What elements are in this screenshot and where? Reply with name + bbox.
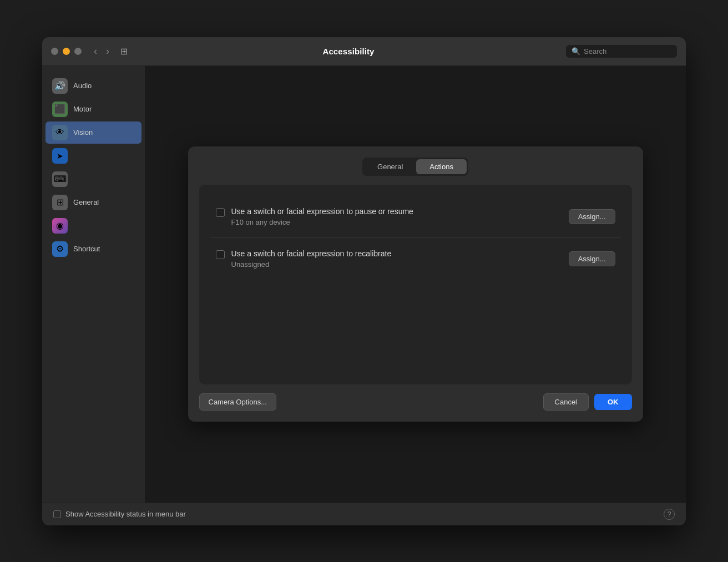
action-row-recalibrate: Use a switch or facial expression to rec… [210,238,621,280]
modal-overlay: General Actions Use a switch or facial e… [145,66,686,503]
siri-icon: ◉ [52,218,68,234]
action-text-pause-resume: Use a switch or facial expression to pau… [231,207,562,226]
close-button[interactable] [51,48,58,55]
assign-button-recalibrate[interactable]: Assign... [569,251,615,266]
show-status-checkbox[interactable] [53,510,61,518]
action-text-recalibrate: Use a switch or facial expression to rec… [231,249,562,269]
forward-button[interactable]: › [103,45,113,57]
back-button[interactable]: ‹ [90,45,100,57]
action-label-recalibrate: Use a switch or facial expression to rec… [231,249,562,258]
shortcut-icon: ⚙ [52,241,68,257]
assign-button-pause-resume[interactable]: Assign... [569,209,615,224]
modal-footer: Camera Options... Cancel OK [199,393,632,411]
modal-dialog: General Actions Use a switch or facial e… [188,146,643,422]
tab-general[interactable]: General [364,159,416,174]
sidebar-label-audio: Audio [73,82,92,90]
ok-button[interactable]: OK [594,394,632,410]
sidebar: 🔊 Audio ⬛ Motor 👁 Vision ➤ ⌨ ⊞ General [42,66,145,503]
sidebar-item-audio[interactable]: 🔊 Audio [46,75,141,97]
search-icon: 🔍 [572,47,580,55]
sidebar-item-general[interactable]: ⊞ General [46,191,141,214]
tab-actions[interactable]: Actions [416,159,467,174]
sidebar-item-shortcut[interactable]: ⚙ Shortcut [46,238,141,260]
maximize-button[interactable] [74,48,82,55]
search-input[interactable] [584,47,671,55]
main-content: 🔊 Audio ⬛ Motor 👁 Vision ➤ ⌨ ⊞ General [42,66,686,503]
bottom-bar: Show Accessibility status in menu bar ? [42,503,686,525]
sidebar-label-vision: Vision [73,128,93,136]
sidebar-item-siri[interactable]: ◉ [46,215,141,237]
action-label-pause-resume: Use a switch or facial expression to pau… [231,207,562,216]
traffic-lights [51,48,82,55]
vision-icon: 👁 [52,125,68,140]
camera-options-button[interactable]: Camera Options... [199,393,277,411]
grid-button[interactable]: ⊞ [117,45,131,58]
show-status-row: Show Accessibility status in menu bar [53,510,659,518]
window: ‹ › ⊞ Accessibility 🔍 🔊 Audio ⬛ Motor 👁 … [42,37,686,525]
tab-group: General Actions [362,158,468,176]
search-bar: 🔍 [566,45,677,58]
action-sublabel-pause-resume: F10 on any device [231,218,562,226]
titlebar: ‹ › ⊞ Accessibility 🔍 [42,37,686,66]
audio-icon: 🔊 [52,78,68,94]
cancel-button[interactable]: Cancel [543,393,589,411]
sidebar-label-shortcut: Shortcut [73,245,100,253]
checkbox-recalibrate[interactable] [216,250,225,259]
sidebar-label-motor: Motor [73,105,92,113]
nav-buttons: ‹ › ⊞ [90,45,131,58]
sidebar-item-cursor[interactable]: ➤ [46,145,141,167]
action-sublabel-recalibrate: Unassigned [231,260,562,269]
show-status-label: Show Accessibility status in menu bar [65,510,186,518]
action-row-pause-resume: Use a switch or facial expression to pau… [210,196,621,238]
general-icon: ⊞ [52,195,68,210]
window-title: Accessibility [131,47,566,56]
sidebar-item-motor[interactable]: ⬛ Motor [46,98,141,120]
sidebar-item-vision[interactable]: 👁 Vision [46,121,141,144]
motor-icon: ⬛ [52,102,68,117]
inner-panel: Use a switch or facial expression to pau… [199,185,632,384]
minimize-button[interactable] [63,48,70,55]
sidebar-item-keyboard[interactable]: ⌨ [46,168,141,190]
checkbox-pause-resume[interactable] [216,208,225,217]
cursor-icon: ➤ [52,148,68,164]
content-area: General Actions Use a switch or facial e… [145,66,686,503]
help-button[interactable]: ? [664,509,675,520]
footer-right-buttons: Cancel OK [543,393,632,411]
keyboard-icon: ⌨ [52,171,68,187]
sidebar-label-general: General [73,198,99,206]
